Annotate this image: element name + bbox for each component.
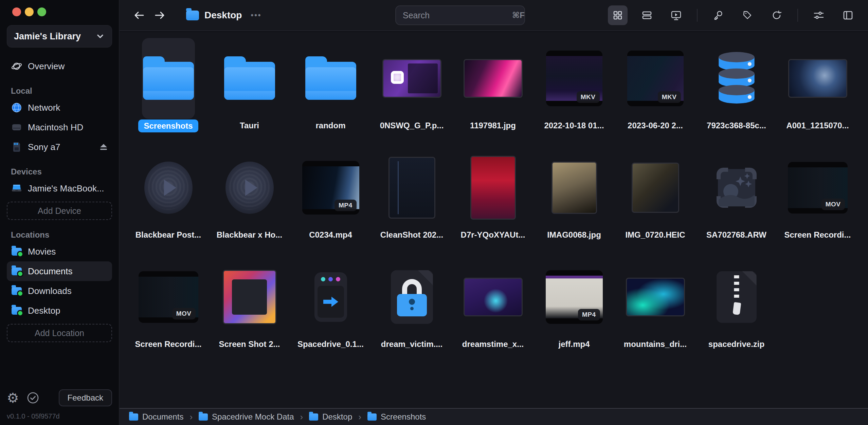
- topbar: Desktop ••• ⌘F: [120, 0, 868, 31]
- file-name: jeff.mp4: [558, 339, 590, 349]
- file-item-d7r[interactable]: D7r-YQoXYAUt...: [452, 147, 534, 257]
- breadcrumb-label: Screenshots: [381, 412, 426, 422]
- format-badge: MP4: [334, 200, 357, 211]
- library-name: Jamie's Library: [14, 31, 95, 42]
- eject-icon[interactable]: [99, 143, 108, 151]
- folder-icon: [12, 307, 22, 315]
- file-item-cleanshot[interactable]: CleanShot 202...: [371, 147, 452, 257]
- file-name: 1197981.jpg: [470, 121, 516, 130]
- breadcrumb-label: Desktop: [322, 412, 352, 422]
- inspector-panel-toggle[interactable]: [838, 5, 858, 25]
- search-input[interactable]: [403, 11, 512, 20]
- folder-icon: [12, 287, 22, 295]
- file-item-2023-06-20[interactable]: MKV 2023-06-20 2...: [615, 38, 696, 147]
- close-button[interactable]: [12, 7, 21, 16]
- file-item-dreamstime[interactable]: dreamstime_x...: [452, 257, 534, 366]
- breadcrumb-screenshots[interactable]: Screenshots: [367, 412, 426, 422]
- forward-button[interactable]: [153, 10, 166, 20]
- database-icon: [718, 52, 756, 105]
- file-item-screen-recording-2[interactable]: MOV Screen Recordi...: [128, 257, 209, 366]
- file-item-2022-10-18[interactable]: MKV 2022-10-18 01...: [534, 38, 615, 147]
- video-thumbnail: [788, 59, 847, 98]
- library-switcher[interactable]: Jamie's Library: [7, 25, 112, 48]
- sidebar-item-documents[interactable]: Documents: [7, 261, 112, 281]
- sidebar-item-label: Network: [28, 103, 60, 113]
- file-item-blackbear-post[interactable]: Blackbear Post...: [128, 147, 209, 257]
- sidebar-item-sony-a7[interactable]: Sony a7: [7, 137, 112, 157]
- lock-shackle: [402, 279, 422, 296]
- tag-icon[interactable]: [738, 5, 757, 25]
- sidebar-item-movies[interactable]: Movies: [7, 242, 112, 261]
- check-circle-icon[interactable]: [26, 391, 39, 404]
- sidebar-item-label: Overview: [28, 61, 65, 72]
- sidebar-item-network[interactable]: Network: [7, 98, 112, 117]
- breadcrumb-spacedrive-mock-data[interactable]: Spacedrive Mock Data: [199, 412, 294, 422]
- breadcrumb-documents[interactable]: Documents: [129, 412, 183, 422]
- file-item-1197981[interactable]: 1197981.jpg: [452, 38, 534, 147]
- file-item-imag0068[interactable]: IMAG0068.jpg: [534, 147, 615, 257]
- section-title-local: Local: [11, 86, 112, 96]
- file-item-spacedrive-zip[interactable]: spacedrive.zip: [696, 257, 777, 366]
- sidebar-footer: ⚙ Feedback v0.1.0 - 05f9577d: [7, 389, 112, 420]
- refresh-icon[interactable]: [767, 5, 786, 25]
- back-button[interactable]: [133, 10, 145, 20]
- file-item-blackbear-x-ho[interactable]: Blackbear x Ho...: [209, 147, 290, 257]
- zipper-pull: [733, 302, 741, 315]
- file-item-sa702768[interactable]: SA702768.ARW: [696, 147, 777, 257]
- feedback-button[interactable]: Feedback: [59, 389, 112, 406]
- file-item-0nswq[interactable]: 0NSWQ_G_P.p...: [371, 38, 452, 147]
- add-device-button[interactable]: Add Device: [7, 202, 112, 220]
- sidebar-item-desktop[interactable]: Desktop: [7, 301, 112, 320]
- audio-disc-icon: [144, 162, 193, 214]
- breadcrumb-desktop[interactable]: Desktop: [309, 412, 352, 422]
- file-item-mountains[interactable]: mountains_dri...: [615, 257, 696, 366]
- search-box[interactable]: ⌘F: [395, 5, 525, 25]
- image-thumbnail: [388, 157, 435, 219]
- file-item-screen-recording-1[interactable]: MOV Screen Recordi...: [777, 147, 858, 257]
- toolbar-divider: [797, 9, 798, 22]
- installer-icon: [314, 272, 347, 322]
- sidebar-item-macintosh-hd[interactable]: Macintosh HD: [7, 117, 112, 137]
- file-name: IMAG0068.jpg: [547, 230, 601, 240]
- grid-view-button[interactable]: [608, 5, 628, 25]
- sidebar-item-overview[interactable]: Overview: [7, 56, 112, 76]
- file-item-tauri[interactable]: Tauri: [209, 38, 290, 147]
- media-view-button[interactable]: [666, 5, 686, 25]
- sidebar-item-downloads[interactable]: Downloads: [7, 281, 112, 301]
- file-name: SA702768.ARW: [706, 230, 766, 240]
- file-item-dream-victim[interactable]: dream_victim....: [371, 257, 452, 366]
- image-thumbnail: [223, 270, 276, 324]
- image-thumbnail: [632, 163, 679, 213]
- list-view-button[interactable]: [637, 5, 657, 25]
- laptop-icon: [11, 184, 22, 193]
- video-thumbnail: MP4: [302, 161, 359, 215]
- version-text: v0.1.0 - 05f9577d: [7, 412, 112, 420]
- key-icon[interactable]: [708, 5, 728, 25]
- sidebar-item-macbook[interactable]: Jamie's MacBook...: [7, 179, 112, 198]
- file-item-a001[interactable]: A001_1215070...: [777, 38, 858, 147]
- tab-more-button[interactable]: •••: [251, 11, 261, 20]
- zoom-button[interactable]: [37, 7, 46, 16]
- file-item-c0234[interactable]: MP4 C0234.mp4: [290, 147, 371, 257]
- file-item-spacedrive-dmg[interactable]: Spacedrive_0.1...: [290, 257, 371, 366]
- format-badge: MOV: [821, 199, 845, 210]
- file-item-jeff[interactable]: MP4 jeff.mp4: [534, 257, 615, 366]
- sd-card-icon: [11, 142, 22, 152]
- file-name: 2022-10-18 01...: [544, 121, 604, 130]
- file-item-screenshots[interactable]: Screenshots: [128, 38, 209, 147]
- file-name: dream_victim....: [381, 339, 442, 349]
- sidebar-item-label: Sony a7: [28, 142, 94, 152]
- file-name: random: [315, 121, 345, 130]
- file-item-screen-shot[interactable]: Screen Shot 2...: [209, 257, 290, 366]
- file-item-img0720[interactable]: IMG_0720.HEIC: [615, 147, 696, 257]
- location-tab[interactable]: Desktop: [186, 10, 242, 21]
- file-item-random[interactable]: random: [290, 38, 371, 147]
- add-location-button[interactable]: Add Location: [7, 324, 112, 342]
- sidebar-nav: Overview Local Network Macintosh HD Sony…: [7, 56, 112, 342]
- filters-sliders-icon[interactable]: [809, 5, 829, 25]
- minimize-button[interactable]: [25, 7, 34, 16]
- settings-gear-icon[interactable]: ⚙: [7, 391, 19, 405]
- file-item-7923c368[interactable]: 7923c368-85c...: [696, 38, 777, 147]
- file-name: Tauri: [240, 121, 259, 130]
- file-name: mountains_dri...: [624, 339, 687, 349]
